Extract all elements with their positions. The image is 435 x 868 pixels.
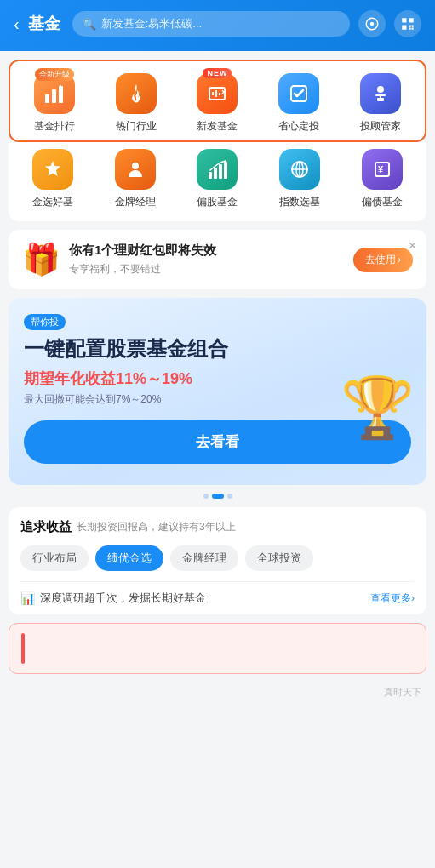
new-fund-label: 新发基金 — [197, 119, 238, 134]
star-manager-icon-wrap — [115, 149, 156, 190]
tabs-info-row: 📊 深度调研超千次，发掘长期好基金 查看更多› — [20, 581, 415, 614]
advisor-icon-wrap — [360, 73, 401, 114]
pill-global[interactable]: 全球投资 — [245, 545, 313, 571]
hongbao-icon: 🎁 — [22, 242, 60, 277]
bond-fund-icon-wrap: ¥ — [362, 149, 403, 190]
tabs-info-text: 深度调研超千次，发掘长期好基金 — [40, 591, 365, 606]
carousel-dots — [0, 494, 435, 499]
promo-text: 你有1个理财红包即将失效 专享福利，不要错过 — [69, 243, 216, 277]
nav-item-auto-invest[interactable]: 省心定投 — [258, 73, 340, 134]
promo-close-button[interactable]: × — [409, 238, 416, 254]
app-header: ‹ 基金 🔍 新发基金:易米低碳... — [0, 0, 435, 51]
dot-1 — [203, 494, 209, 499]
nav-item-new-fund[interactable]: NEW 新发基金 — [177, 73, 259, 134]
svg-rect-3 — [402, 26, 406, 30]
svg-rect-4 — [409, 26, 411, 27]
pill-star-manager[interactable]: 金牌经理 — [170, 545, 238, 571]
trophy-icon: 🏆 — [341, 373, 415, 443]
nav-item-star-manager[interactable]: 金牌经理 — [94, 149, 177, 209]
bottom-hint-card — [9, 623, 426, 674]
nav-item-fund-rank[interactable]: 全新升级 基金排行 — [14, 73, 95, 134]
svg-rect-10 — [59, 86, 63, 103]
hot-sector-label: 热门行业 — [116, 119, 157, 134]
pill-top-picks[interactable]: 绩优金选 — [95, 545, 163, 571]
auto-invest-icon-wrap — [278, 73, 319, 114]
promo-right: 去使用› — [353, 248, 413, 272]
advisor-label: 投顾管家 — [360, 119, 401, 134]
index-fund-icon-wrap — [279, 149, 320, 190]
promo-card: × 🎁 你有1个理财红包即将失效 专享福利，不要错过 去使用› — [9, 230, 426, 289]
svg-rect-5 — [412, 26, 414, 27]
tabs-info-link[interactable]: 查看更多› — [370, 591, 415, 606]
mixed-fund-label: 偏股基金 — [197, 195, 238, 209]
svg-rect-6 — [409, 28, 411, 30]
watermark: 真时天下 — [0, 682, 435, 704]
star-manager-label: 金牌经理 — [115, 195, 156, 209]
fund-rank-icon-wrap: 全新升级 — [34, 73, 75, 114]
back-button[interactable]: ‹ — [14, 14, 20, 34]
dot-2 — [212, 494, 224, 499]
auto-invest-label: 省心定投 — [278, 119, 319, 134]
qr-button[interactable] — [394, 10, 421, 37]
svg-rect-2 — [409, 18, 414, 22]
search-icon: 🔍 — [83, 18, 96, 31]
mixed-fund-icon-wrap — [197, 149, 238, 190]
nav-item-bond-fund[interactable]: ¥ 偏债基金 — [341, 149, 423, 209]
invest-tag: 帮你投 — [24, 314, 66, 330]
new-fund-icon-wrap: NEW — [197, 73, 238, 114]
settings-button[interactable] — [358, 10, 386, 37]
hint-bar — [21, 633, 25, 664]
promo-title: 你有1个理财红包即将失效 — [69, 243, 216, 259]
fund-rank-label: 基金排行 — [34, 119, 75, 134]
nav-item-selected[interactable]: 金选好基 — [12, 149, 94, 209]
tabs-pills: 行业布局 绩优金选 金牌经理 全球投资 — [20, 545, 415, 571]
tabs-subtitle: 长期投资回报高，建议持有3年以上 — [77, 520, 236, 534]
svg-point-17 — [377, 86, 384, 93]
svg-marker-21 — [45, 161, 60, 176]
svg-rect-26 — [219, 164, 222, 179]
nav-section-highlighted: 全新升级 基金排行 热门行业 NEW — [9, 60, 426, 142]
invest-main-title: 一键配置股票基金组合 — [24, 337, 411, 362]
nav-item-advisor[interactable]: 投顾管家 — [340, 73, 421, 134]
promo-subtitle: 专享福利，不要错过 — [69, 262, 216, 277]
svg-rect-24 — [209, 172, 212, 179]
svg-rect-25 — [214, 168, 217, 179]
nav-item-mixed-fund[interactable]: 偏股基金 — [176, 149, 259, 209]
hot-sector-icon-wrap — [116, 73, 157, 114]
new-fund-badge: NEW — [203, 68, 232, 78]
invest-card: 帮你投 一键配置股票基金组合 期望年化收益11%～19% 最大回撤可能会达到7%… — [9, 298, 426, 485]
svg-point-0 — [370, 22, 375, 26]
tabs-title: 追求收益 — [20, 519, 72, 535]
page-title: 基金 — [28, 13, 60, 35]
header-icons — [358, 10, 421, 37]
svg-rect-7 — [412, 28, 414, 30]
nav-grid-row2: 金选好基 金牌经理 — [12, 149, 423, 209]
bar-chart-icon: 📊 — [20, 591, 35, 605]
svg-rect-19 — [377, 98, 384, 101]
bond-fund-label: 偏债基金 — [362, 195, 403, 209]
nav-section-row2: 金选好基 金牌经理 — [9, 142, 426, 221]
promo-cta-button[interactable]: 去使用› — [353, 248, 413, 272]
svg-rect-27 — [224, 162, 227, 179]
index-fund-label: 指数选基 — [279, 195, 320, 209]
tabs-section: 追求收益 长期投资回报高，建议持有3年以上 行业布局 绩优金选 金牌经理 全球投… — [9, 507, 426, 614]
dot-3 — [227, 494, 232, 499]
fund-rank-badge: 全新升级 — [35, 68, 74, 81]
nav-grid-row1: 全新升级 基金排行 热门行业 NEW — [14, 73, 421, 134]
nav-item-hot-sector[interactable]: 热门行业 — [95, 73, 177, 134]
selected-label: 金选好基 — [32, 195, 73, 209]
tabs-header: 追求收益 长期投资回报高，建议持有3年以上 — [20, 519, 415, 535]
search-bar[interactable]: 🔍 新发基金:易米低碳... — [72, 11, 350, 37]
pill-sector[interactable]: 行业布局 — [20, 545, 89, 571]
svg-rect-8 — [45, 94, 49, 103]
selected-icon-wrap — [32, 149, 73, 190]
nav-item-index-fund[interactable]: 指数选基 — [259, 149, 341, 209]
search-text: 新发基金:易米低碳... — [101, 16, 202, 31]
svg-rect-9 — [52, 89, 56, 103]
svg-text:¥: ¥ — [378, 164, 384, 174]
promo-content: 🎁 你有1个理财红包即将失效 专享福利，不要错过 — [22, 242, 216, 277]
svg-rect-1 — [402, 18, 406, 22]
